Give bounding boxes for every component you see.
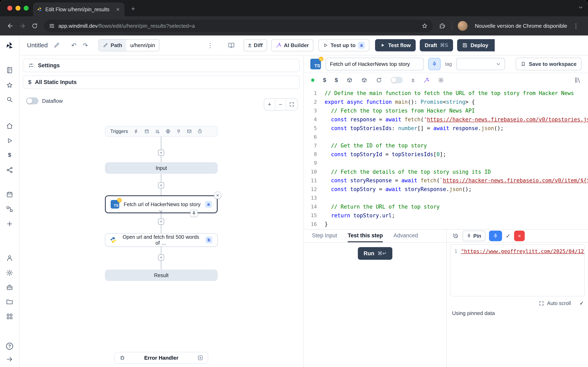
pinned-toggle-button[interactable]: [489, 231, 502, 241]
toolbar-divider: [452, 22, 452, 30]
windmill-logo[interactable]: [4, 40, 15, 51]
bookmark-star-icon[interactable]: [421, 23, 428, 29]
extensions-puzzle-icon[interactable]: [436, 20, 448, 32]
editor-settings-gear-icon[interactable]: [438, 77, 444, 83]
play-icon: [323, 43, 328, 48]
minimize-window-button[interactable]: [16, 6, 20, 11]
add-error-handler-icon[interactable]: [197, 355, 203, 361]
input-node[interactable]: Input: [105, 162, 218, 174]
package-box-icon[interactable]: [346, 77, 353, 83]
add-step-button[interactable]: +: [158, 218, 164, 225]
edit-name-pencil-icon[interactable]: [51, 40, 62, 51]
code-editor[interactable]: 1// Define the main function to fetch th…: [304, 87, 588, 229]
chrome-update-notice[interactable]: Nouvelle version de Chrome disponible ⋮: [470, 20, 584, 32]
history-icon[interactable]: [452, 233, 459, 239]
close-window-button[interactable]: [7, 6, 12, 11]
browser-tab[interactable]: Edit Flow u/henri/pin_results ×: [33, 2, 125, 16]
pinned-data-editor[interactable]: 1 "https://www.geoffreylitt.com/2025/04/…: [450, 244, 585, 296]
users-person-icon[interactable]: [4, 253, 15, 263]
result-node[interactable]: Result: [105, 269, 218, 281]
address-bar[interactable]: app.windmill.dev/flows/edit/u/henri/pin_…: [44, 20, 433, 32]
help-question-icon[interactable]: ?: [4, 341, 15, 351]
sliders-icon: [28, 62, 34, 68]
tab-step-input[interactable]: Step Input: [312, 230, 337, 242]
pencil-icon: [103, 43, 108, 48]
search-icon[interactable]: [4, 94, 15, 105]
tab-close-icon[interactable]: ×: [115, 6, 121, 13]
variables-dollar-icon[interactable]: $: [4, 150, 15, 160]
library-icon[interactable]: [574, 77, 581, 83]
home-icon[interactable]: [4, 121, 15, 131]
pin-result-button[interactable]: Pin: [463, 231, 485, 241]
auto-scroll-checkbox[interactable]: ✓: [579, 300, 584, 307]
zoom-out-button[interactable]: −: [275, 99, 286, 110]
test-flow-button[interactable]: Test flow: [375, 39, 416, 51]
variables-dollar-icon[interactable]: $: [323, 77, 326, 83]
apps-grid-icon[interactable]: [4, 311, 15, 322]
save-to-workspace-button[interactable]: Save to workspace: [516, 58, 581, 70]
remove-step-icon[interactable]: ×: [214, 192, 221, 199]
triggers-node[interactable]: Triggers: [105, 126, 218, 137]
expand-icon[interactable]: [539, 301, 544, 306]
more-options-kebab-icon[interactable]: ⋮: [204, 40, 216, 51]
runs-play-icon[interactable]: [4, 135, 15, 146]
zoom-in-button[interactable]: +: [264, 99, 275, 110]
undo-icon[interactable]: ↶: [68, 40, 80, 51]
back-icon[interactable]: [4, 20, 16, 32]
zoom-window-button[interactable]: [24, 6, 29, 11]
add-step-button[interactable]: +: [158, 254, 164, 261]
step-name-input[interactable]: [325, 58, 424, 70]
chrome-menu-kebab-icon[interactable]: ⋮: [571, 22, 581, 30]
docs-book-icon[interactable]: [4, 65, 15, 75]
collapse-chevron-icon[interactable]: [158, 209, 163, 214]
error-handler-node[interactable]: Error Handler: [114, 352, 208, 364]
test-up-to-button[interactable]: Test up to a: [318, 39, 369, 51]
all-static-inputs-button[interactable]: $ All Static Inputs: [23, 75, 300, 89]
redo-icon[interactable]: ↷: [80, 40, 91, 51]
collapse-arrow-right-icon[interactable]: [4, 354, 15, 365]
add-plus-icon[interactable]: [4, 218, 15, 229]
folders-folder-icon[interactable]: [4, 296, 15, 307]
add-step-button[interactable]: +: [158, 150, 164, 156]
diff-button[interactable]: ± Diff: [243, 39, 267, 51]
reload-icon[interactable]: [376, 77, 382, 83]
dependencies-box-icon[interactable]: [361, 77, 367, 83]
docs-open-book-icon[interactable]: [226, 40, 237, 51]
resources-graph-icon[interactable]: [4, 165, 15, 175]
accept-check-icon[interactable]: ✓: [506, 233, 510, 239]
tab-advanced[interactable]: Advanced: [393, 230, 418, 242]
editor-toggle[interactable]: [390, 77, 403, 83]
flows-pipeline-icon[interactable]: [4, 204, 15, 215]
reload-icon[interactable]: [29, 20, 41, 32]
pin-step-button[interactable]: [428, 58, 441, 70]
ai-builder-button[interactable]: AI Builder: [271, 39, 313, 51]
step-b-node[interactable]: Open url and fetch first 500 words of … …: [105, 233, 218, 247]
ai-wand-icon[interactable]: [423, 77, 429, 83]
tab-test-this-step[interactable]: Test this step: [348, 230, 383, 242]
deploy-button[interactable]: Deploy: [457, 39, 495, 51]
code-line: 14 // Return the URL of the top story: [304, 202, 588, 211]
tab-search-chevron-icon[interactable]: [578, 5, 583, 10]
add-step-button[interactable]: +: [158, 182, 164, 188]
pinned-indicator-icon[interactable]: [190, 210, 198, 217]
dataflow-toggle[interactable]: [26, 98, 38, 104]
site-settings-icon[interactable]: [49, 23, 55, 29]
workspace-briefcase-icon[interactable]: [4, 282, 15, 293]
draft-button[interactable]: Draft ⌘S: [420, 39, 453, 51]
plus-minus-icon[interactable]: ±: [411, 77, 415, 83]
code-line: 5 const topStoriesIds: number[] = await …: [304, 124, 588, 133]
new-tab-button[interactable]: +: [129, 4, 138, 13]
schedules-calendar-icon[interactable]: [4, 189, 15, 200]
settings-gear-icon[interactable]: [4, 267, 15, 278]
flow-settings-button[interactable]: Settings: [23, 59, 300, 72]
run-button[interactable]: Run ⌘↵: [358, 247, 392, 260]
forward-icon[interactable]: [16, 20, 29, 32]
unpin-close-button[interactable]: ×: [514, 231, 525, 241]
step-bottom-area: Run ⌘↵ 1 "https://www.geoffreylitt.com/2…: [304, 243, 588, 367]
favorites-star-icon[interactable]: [4, 80, 15, 91]
tag-select[interactable]: [456, 58, 505, 70]
path-setting[interactable]: Path u/henri/pin: [98, 39, 160, 51]
profile-avatar[interactable]: [458, 21, 467, 31]
fit-view-button[interactable]: [286, 99, 297, 110]
resources-dollar-icon[interactable]: $: [335, 77, 338, 83]
